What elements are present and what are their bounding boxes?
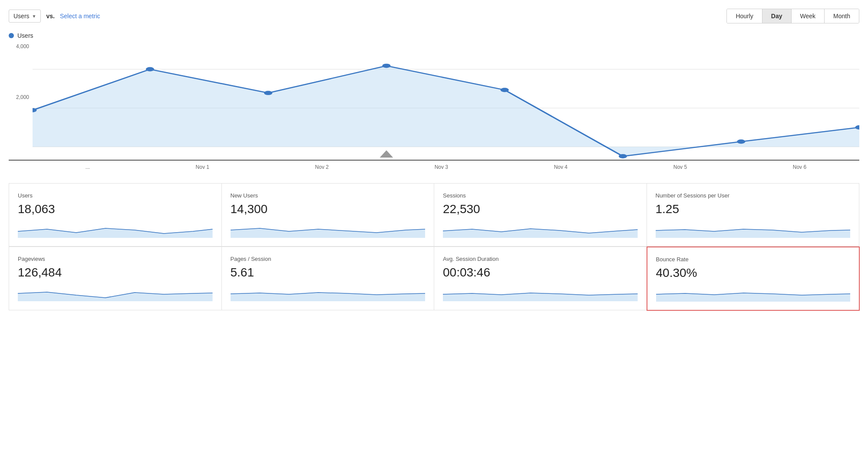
x-label-4: Nov 4 [554,164,568,170]
metric-title-sessions-per-user: Number of Sessions per User [656,192,851,199]
chart-point-4 [501,88,509,92]
chart-area: 4,000 2,000 [9,43,859,161]
chart-tooltip-indicator [380,150,393,158]
metric-card-avg-duration: Avg. Session Duration 00:03:46 [434,247,647,310]
metrics-row-1: Users 18,063 New Users 14,300 Sessions 2… [9,183,859,247]
svg-marker-9 [443,293,638,301]
metric-card-users: Users 18,063 [9,184,222,247]
metric-value-new-users: 14,300 [231,202,426,216]
x-label-5: Nov 5 [673,164,687,170]
day-button[interactable]: Day [762,9,792,23]
mini-chart-sessions [443,220,638,238]
chart-point-3 [382,64,390,68]
mini-chart-new-users [231,220,426,238]
metric-value-pages-session: 5.61 [231,266,426,280]
metric-title-users: Users [18,192,213,199]
metric-card-sessions: Sessions 22,530 [434,184,647,247]
metric-dropdown-label: Users [13,13,30,20]
mini-chart-pages-session [231,284,426,301]
select-metric-link[interactable]: Select a metric [60,13,100,20]
metric-title-new-users: New Users [231,192,426,199]
x-label-6: Nov 6 [793,164,806,170]
metric-value-sessions: 22,530 [443,202,638,216]
metric-card-sessions-per-user: Number of Sessions per User 1.25 [647,184,860,247]
svg-marker-3 [18,228,213,238]
metric-title-pageviews: Pageviews [18,256,213,262]
metric-value-bounce-rate: 40.30% [656,266,851,280]
metric-title-sessions: Sessions [443,192,638,199]
mini-chart-users [18,220,213,238]
legend-label: Users [17,32,33,39]
chart-point-1 [146,67,154,72]
x-label-3: Nov 3 [435,164,448,170]
mini-chart-sessions-per-user [656,220,851,238]
metric-title-pages-session: Pages / Session [231,256,426,262]
week-button[interactable]: Week [792,9,825,23]
chart-svg-area [33,43,859,160]
metric-card-bounce-rate: Bounce Rate 40.30% [647,247,860,311]
month-button[interactable]: Month [825,9,859,23]
chevron-down-icon: ▼ [32,14,36,19]
mini-chart-pageviews [18,284,213,301]
chart-legend: Users [9,32,859,39]
svg-marker-6 [656,229,851,238]
metric-dropdown[interactable]: Users ▼ [9,10,41,23]
chart-point-2 [264,91,272,95]
time-period-buttons: Hourly Day Week Month [726,9,859,23]
hourly-button[interactable]: Hourly [727,9,762,23]
metric-value-sessions-per-user: 1.25 [656,202,851,216]
x-axis-labels: ... Nov 1 Nov 2 Nov 3 Nov 4 Nov 5 Nov 6 [9,164,859,170]
chart-svg [33,43,859,160]
svg-marker-5 [443,229,638,238]
y-axis-labels: 4,000 2,000 [9,43,33,147]
chart-container: Users 4,000 2,000 [9,32,859,170]
metric-value-avg-duration: 00:03:46 [443,266,638,280]
metric-card-pages-session: Pages / Session 5.61 [222,247,435,310]
metrics-row-2: Pageviews 126,484 Pages / Session 5.61 A… [9,247,859,310]
legend-dot [9,33,14,38]
toolbar-left: Users ▼ vs. Select a metric [9,10,100,23]
y-label-top: 4,000 [9,43,33,49]
x-label-0: ... [86,164,90,170]
metric-title-bounce-rate: Bounce Rate [656,256,851,263]
chart-point-5 [619,154,627,158]
metric-card-new-users: New Users 14,300 [222,184,435,247]
metric-value-pageviews: 126,484 [18,266,213,280]
metric-value-users: 18,063 [18,202,213,216]
metric-title-avg-duration: Avg. Session Duration [443,256,638,262]
mini-chart-bounce-rate [656,284,851,302]
vs-label: vs. [46,13,54,20]
chart-point-6 [737,139,745,144]
x-label-2: Nov 2 [315,164,329,170]
toolbar: Users ▼ vs. Select a metric Hourly Day W… [9,9,859,23]
x-label-1: Nov 1 [196,164,209,170]
metric-card-pageviews: Pageviews 126,484 [9,247,222,310]
mini-chart-avg-duration [443,284,638,301]
y-label-mid: 2,000 [9,94,33,100]
